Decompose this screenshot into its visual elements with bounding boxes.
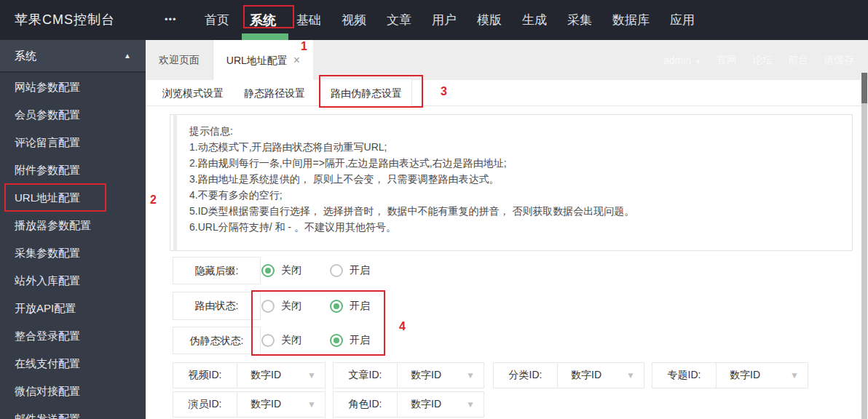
chevron-down-icon: ▼: [307, 399, 316, 410]
sidebar-item-open-api[interactable]: 开放API配置: [0, 295, 146, 322]
tips-title: 提示信息:: [189, 123, 837, 139]
sidebar-item-integrated-login[interactable]: 整合登录配置: [0, 322, 146, 350]
radio-rewrite-status-off[interactable]: 关闭: [261, 327, 301, 354]
select-article-id[interactable]: 数字ID ▼: [398, 363, 484, 388]
annotation-number-2: 2: [150, 193, 157, 207]
sidebar-item-mail-config[interactable]: 邮件发送配置: [0, 405, 146, 419]
radio-route-status-off[interactable]: 关闭: [261, 292, 301, 320]
chevron-down-icon: ▼: [790, 370, 799, 380]
top-nav-generate[interactable]: 生成: [522, 12, 547, 28]
radio-selected-icon: [330, 334, 343, 347]
subtab-static-path[interactable]: 静态路径设置: [244, 80, 305, 106]
select-group-role-id: 角色ID: 数字ID ▼: [333, 391, 484, 418]
tips-line: 5.ID类型根据需要自行选择， 选择拼音时， 数据中不能有重复的拼音， 否则获取…: [189, 203, 837, 219]
top-nav-video[interactable]: 视频: [342, 12, 366, 28]
tips-line: 2.路由规则每行一条,中间用=>隔开,左边是路由表达式,右边是路由地址;: [189, 155, 837, 171]
chevron-down-icon: ▼: [466, 370, 475, 380]
top-nav-basic[interactable]: 基础: [296, 12, 321, 28]
active-nav-underline: [242, 33, 288, 40]
select-category-id[interactable]: 数字ID ▼: [558, 363, 644, 388]
select-group-topic-id: 专题ID: 数字ID ▼: [652, 362, 808, 388]
top-nav-app[interactable]: 应用: [670, 12, 695, 28]
label-category-id: 分类ID:: [494, 363, 558, 388]
tips-line: 6.URL分隔符支持/ 和 - 。不建议用其他符号。: [189, 219, 837, 235]
radio-selected-icon: [330, 300, 343, 313]
close-icon[interactable]: ×: [293, 54, 300, 66]
label-rewrite-status: 伪静态状态:: [173, 327, 261, 354]
annotation-number-3: 3: [441, 85, 447, 98]
radio-rewrite-status-on[interactable]: 开启: [330, 327, 370, 354]
sidebar-item-comment-config[interactable]: 评论留言配置: [0, 129, 146, 156]
tips-line: 3.路由地址是系统提供的， 原则上不会变， 只需要调整路由表达式。: [189, 171, 837, 187]
label-actor-id: 演员ID:: [173, 392, 237, 417]
radio-unselected-icon: [261, 334, 275, 347]
top-nav-user[interactable]: 用户: [432, 12, 457, 28]
sidebar-divider: [0, 71, 146, 73]
chevron-up-icon[interactable]: ▲: [124, 40, 131, 71]
tips-line: 1.动态模式下,开启路由状态将自动重写URL;: [189, 139, 837, 155]
label-article-id: 文章ID:: [334, 363, 398, 388]
sidebar-item-member-params[interactable]: 会员参数配置: [0, 101, 146, 129]
select-group-video-id: 视频ID: 数字ID ▼: [173, 362, 326, 388]
radio-hide-suffix-off[interactable]: 关闭: [261, 257, 301, 284]
sidebar-item-online-payment[interactable]: 在线支付配置: [0, 350, 146, 378]
sidebar-item-player-params[interactable]: 播放器参数配置: [0, 212, 146, 239]
subtab-browse-mode[interactable]: 浏览模式设置: [162, 80, 224, 106]
select-role-id[interactable]: 数字ID ▼: [398, 392, 484, 417]
top-nav-system[interactable]: 系统: [250, 12, 276, 29]
tab-url-config-label: URL地址配置: [226, 55, 288, 66]
tips-accent-bar: [173, 115, 177, 250]
select-group-category-id: 分类ID: 数字ID ▼: [493, 362, 644, 388]
radio-selected-icon: [261, 264, 275, 277]
chevron-down-icon: ▼: [626, 370, 635, 380]
select-group-article-id: 文章ID: 数字ID ▼: [333, 362, 484, 388]
select-group-actor-id: 演员ID: 数字ID ▼: [173, 391, 326, 418]
more-menu-icon[interactable]: •••: [165, 0, 177, 40]
cms-admin-page: 苹果CMS控制台 ••• 首页 系统 基础 视频 文章 用户 模版 生成 采集 …: [0, 0, 868, 419]
scrollbar-track[interactable]: [861, 73, 867, 419]
sidebar-item-offsite-storage[interactable]: 站外入库配置: [0, 267, 146, 295]
top-nav-database[interactable]: 数据库: [612, 12, 650, 28]
app-logo: 苹果CMS控制台: [15, 0, 115, 40]
select-topic-id[interactable]: 数字ID ▼: [717, 363, 808, 388]
link-clear-cache[interactable]: 清缓存: [824, 54, 854, 67]
select-video-id[interactable]: 数字ID ▼: [237, 363, 325, 388]
chevron-down-icon: ▼: [466, 399, 475, 410]
tab-url-config[interactable]: URL地址配置×: [213, 40, 313, 80]
link-official-site[interactable]: 官网: [717, 54, 737, 67]
tab-welcome[interactable]: 欢迎页面: [146, 40, 213, 80]
chevron-down-icon: ▼: [695, 58, 701, 65]
tips-line: 4.不要有多余的空行;: [189, 187, 837, 203]
top-nav-home[interactable]: 首页: [205, 12, 229, 28]
radio-route-status-on[interactable]: 开启: [330, 292, 370, 320]
top-nav-collect[interactable]: 采集: [567, 12, 592, 28]
top-nav-template[interactable]: 模版: [477, 12, 502, 28]
label-route-status: 路由状态:: [173, 292, 261, 320]
subtab-route-rewrite[interactable]: 路由伪静态设置: [320, 79, 412, 107]
radio-unselected-icon: [330, 264, 343, 277]
label-role-id: 角色ID:: [334, 392, 398, 417]
user-quick-links: admin▼ 官网 论坛 前台 清缓存: [663, 51, 854, 70]
label-hide-suffix: 隐藏后缀:: [173, 257, 261, 284]
sidebar-item-site-params[interactable]: 网站参数配置: [0, 73, 146, 101]
sidebar-item-wechat-config[interactable]: 微信对接配置: [0, 378, 146, 405]
link-frontend[interactable]: 前台: [788, 54, 808, 67]
label-video-id: 视频ID:: [173, 363, 237, 388]
sidebar-item-attachment-params[interactable]: 附件参数配置: [0, 156, 146, 184]
radio-unselected-icon: [261, 300, 275, 313]
link-forum[interactable]: 论坛: [752, 54, 773, 67]
user-menu[interactable]: admin▼: [663, 55, 701, 66]
annotation-number-1: 1: [301, 40, 307, 53]
sidebar-item-collect-params[interactable]: 采集参数配置: [0, 239, 146, 267]
select-actor-id[interactable]: 数字ID ▼: [237, 392, 325, 417]
tips-content: 提示信息: 1.动态模式下,开启路由状态将自动重写URL; 2.路由规则每行一条…: [189, 123, 837, 235]
user-name: admin: [663, 55, 691, 66]
sidebar-item-url-config[interactable]: URL地址配置: [0, 184, 146, 212]
top-nav-article[interactable]: 文章: [387, 12, 411, 28]
scrollbar-thumb[interactable]: [861, 73, 867, 103]
label-topic-id: 专题ID:: [652, 363, 717, 388]
annotation-number-4: 4: [399, 320, 406, 333]
chevron-down-icon: ▼: [307, 370, 316, 380]
radio-hide-suffix-on[interactable]: 开启: [330, 257, 370, 284]
